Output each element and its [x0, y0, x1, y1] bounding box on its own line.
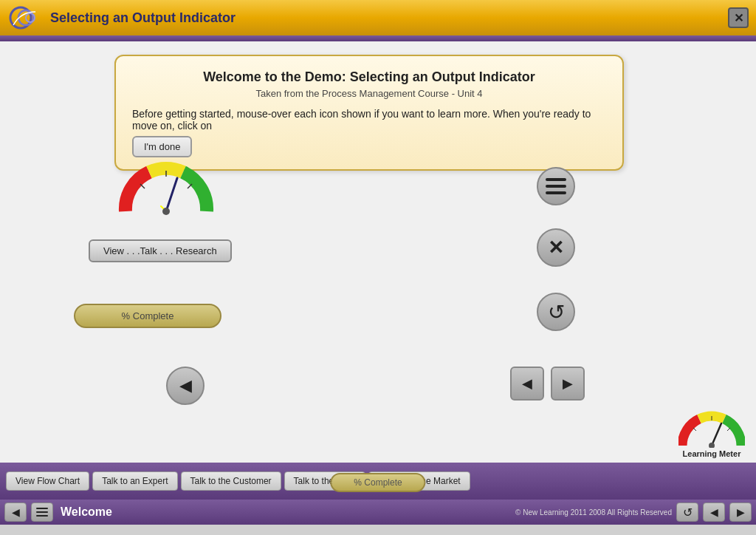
hamburger-line-1: [546, 178, 566, 181]
learning-meter-gauge: [678, 407, 745, 448]
close-window-button[interactable]: ✕: [728, 7, 749, 28]
view-flow-chart-button[interactable]: View Flow Chart: [6, 471, 89, 491]
svg-line-9: [712, 423, 721, 446]
status-prev-arrow: ◀: [12, 506, 20, 518]
close-icon-button[interactable]: ✕: [537, 228, 575, 267]
welcome-body-text: Before getting started, mouse-over each …: [132, 108, 606, 132]
welcome-title: Welcome to the Demo: Selecting an Output…: [132, 69, 606, 85]
status-reset-button[interactable]: ↺: [676, 502, 698, 522]
status-ham-line-2: [36, 511, 48, 513]
svg-line-12: [693, 428, 696, 431]
prev-nav-button[interactable]: ◀: [510, 367, 544, 401]
svg-point-5: [162, 208, 170, 215]
speedometer-gauge: [118, 156, 214, 215]
hamburger-line-2: [546, 185, 566, 188]
im-done-button[interactable]: I'm done: [132, 136, 192, 157]
gauge-container: [118, 156, 214, 218]
next-nav-button[interactable]: ▶: [551, 367, 585, 401]
status-ham-line-3: [36, 515, 48, 517]
menu-hamburger-button[interactable]: [537, 167, 575, 205]
status-prev-nav-button[interactable]: ◀: [4, 502, 27, 522]
welcome-box: Welcome to the Demo: Selecting an Output…: [114, 55, 624, 171]
purple-separator: [0, 35, 756, 41]
status-back-button[interactable]: ◀: [703, 502, 725, 522]
status-ham-line-1: [36, 508, 48, 509]
title-bar-left: Selecting an Output Indicator: [7, 4, 236, 31]
status-forward-button[interactable]: ▶: [729, 502, 752, 522]
copyright-text: © New Learning 2011 2008 All Rights Rese…: [515, 508, 672, 517]
complete-label: % Complete: [122, 310, 174, 321]
svg-line-13: [727, 428, 730, 431]
main-content-area: Welcome to the Demo: Selecting an Output…: [0, 41, 756, 463]
volume-button[interactable]: ◀: [166, 367, 205, 405]
welcome-subtitle: Taken from the Process Management Course…: [132, 88, 606, 99]
view-talk-research-button[interactable]: View . . .Talk . . . Research: [89, 239, 232, 262]
svg-point-10: [709, 443, 715, 448]
bottom-toolbar: View Flow Chart Talk to an Expert Talk t…: [0, 463, 756, 500]
logo-icon: [7, 4, 44, 31]
status-bar-left: ◀ Welcome: [4, 502, 112, 522]
reset-button[interactable]: ↺: [537, 293, 575, 331]
learning-meter-label: Learning Meter: [683, 449, 741, 458]
status-bar-right: © New Learning 2011 2008 All Rights Rese…: [515, 502, 752, 522]
hamburger-line-3: [546, 191, 566, 194]
svg-line-3: [166, 178, 177, 211]
svg-line-8: [188, 184, 192, 188]
title-bar: Selecting an Output Indicator ✕: [0, 0, 756, 35]
learning-meter-container: Learning Meter: [675, 407, 749, 458]
status-menu-button[interactable]: [31, 502, 53, 522]
toolbar-percent-complete: % Complete: [330, 473, 425, 492]
talk-to-expert-button[interactable]: Talk to an Expert: [92, 471, 177, 491]
talk-to-customer-button[interactable]: Talk to the Customer: [181, 471, 281, 491]
status-bar: ◀ Welcome © New Learning 2011 2008 All R…: [0, 500, 756, 525]
window-title: Selecting an Output Indicator: [50, 10, 236, 26]
status-title: Welcome: [61, 505, 112, 519]
svg-line-7: [140, 184, 145, 188]
welcome-body: Before getting started, mouse-over each …: [132, 108, 606, 157]
percent-complete-pill: % Complete: [74, 304, 221, 328]
